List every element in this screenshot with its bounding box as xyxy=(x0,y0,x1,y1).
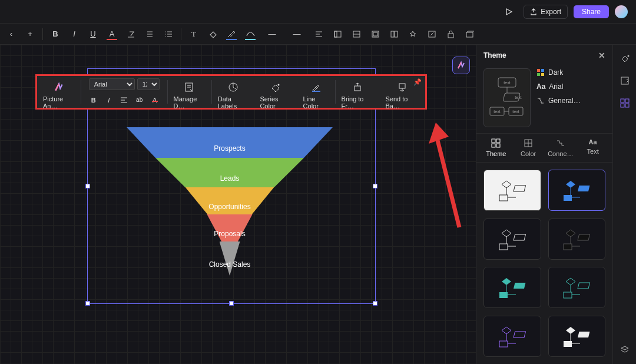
font-color-button[interactable]: A xyxy=(103,27,121,42)
panel-title: Theme xyxy=(483,51,506,59)
svg-rect-50 xyxy=(621,77,628,84)
italic-button[interactable]: I xyxy=(65,27,83,42)
resize-handle[interactable] xyxy=(85,184,90,188)
svg-rect-28 xyxy=(492,139,495,143)
ctx-font-color-button[interactable]: A xyxy=(148,97,161,104)
scheme-row[interactable]: Dark xyxy=(536,68,581,77)
chevron-left-icon[interactable]: ‹ xyxy=(2,27,20,42)
svg-rect-35 xyxy=(578,186,589,191)
tab-theme[interactable]: Theme xyxy=(481,138,511,157)
resize-handle[interactable] xyxy=(373,184,377,188)
tab-text[interactable]: Aa Text xyxy=(578,138,608,157)
svg-text:text: text xyxy=(515,95,521,100)
svg-rect-26 xyxy=(537,73,540,76)
export-button[interactable]: Export xyxy=(524,5,568,19)
share-button[interactable]: Share xyxy=(574,5,609,18)
svg-rect-13 xyxy=(312,91,320,92)
canvas[interactable]: Prospects Leads Opportunities Proposals … xyxy=(0,45,476,364)
font-family-select[interactable]: Arial xyxy=(89,78,135,90)
connector-icon xyxy=(536,97,545,105)
theme-thumb[interactable] xyxy=(548,316,606,357)
svg-text:text: text xyxy=(493,110,500,114)
series-color-button[interactable]: Series Color xyxy=(254,76,297,108)
svg-rect-15 xyxy=(399,84,405,88)
list-button[interactable] xyxy=(160,27,177,42)
chart-context-toolbar: 📌 Picture An… Arial 12 B I ab A Manage D… xyxy=(35,74,427,110)
ctx-text-case-button[interactable]: ab xyxy=(133,97,146,103)
svg-rect-33 xyxy=(514,186,525,191)
svg-rect-27 xyxy=(541,73,544,76)
font-row[interactable]: Aa Arial xyxy=(536,82,581,91)
svg-rect-45 xyxy=(514,332,525,337)
tab-color[interactable]: Color xyxy=(514,138,543,157)
lock-button[interactable] xyxy=(442,27,459,42)
bring-to-front-button[interactable]: Bring to Fr… xyxy=(336,76,380,108)
manage-data-button[interactable]: Manage D… xyxy=(168,76,211,108)
svg-rect-24 xyxy=(537,69,540,72)
text-tool-button[interactable]: T xyxy=(185,27,203,42)
fill-button[interactable] xyxy=(204,27,221,42)
svg-rect-29 xyxy=(496,139,500,143)
ctx-italic-button[interactable]: I xyxy=(102,97,115,104)
line-style-1-button[interactable]: — xyxy=(260,27,284,42)
add-button[interactable]: + xyxy=(21,27,39,42)
data-labels-button[interactable]: Data Labels xyxy=(212,76,254,108)
tab-connector[interactable]: Conne… xyxy=(546,138,575,157)
svg-rect-30 xyxy=(492,144,495,147)
layout-4-button[interactable] xyxy=(385,27,403,42)
svg-rect-4 xyxy=(373,32,377,36)
svg-rect-54 xyxy=(625,104,629,107)
svg-text:text: text xyxy=(512,110,519,114)
resize-handle[interactable] xyxy=(229,301,234,306)
rail-export-icon[interactable] xyxy=(618,74,631,87)
theme-thumb[interactable] xyxy=(548,219,606,260)
line-spacing-button[interactable] xyxy=(141,27,158,42)
resize-handle[interactable] xyxy=(373,301,377,306)
svg-rect-37 xyxy=(514,234,525,240)
brush-button[interactable] xyxy=(223,27,240,42)
layout-row[interactable]: General… xyxy=(536,97,581,105)
theme-thumb[interactable] xyxy=(483,267,541,308)
connector-button[interactable] xyxy=(241,27,259,42)
svg-rect-44 xyxy=(564,292,572,298)
bold-button[interactable]: B xyxy=(47,27,64,42)
theme-preview-thumb[interactable]: text text text text xyxy=(483,68,531,127)
font-size-select[interactable]: 12 xyxy=(137,78,160,90)
close-panel-button[interactable]: ✕ xyxy=(598,51,605,60)
rail-layers-icon[interactable] xyxy=(618,343,631,356)
present-button[interactable] xyxy=(500,5,518,19)
ai-assistant-button[interactable] xyxy=(452,57,470,74)
avatar[interactable] xyxy=(615,5,628,18)
clear-format-button[interactable] xyxy=(122,27,140,42)
svg-rect-51 xyxy=(621,99,624,102)
line-style-2-button[interactable]: — xyxy=(285,27,309,42)
export-label: Export xyxy=(541,8,561,16)
container-button[interactable] xyxy=(461,27,478,42)
svg-rect-52 xyxy=(625,99,629,102)
ctx-bold-button[interactable]: B xyxy=(87,97,100,104)
rail-fill-icon[interactable] xyxy=(618,52,631,65)
theme-thumb[interactable] xyxy=(483,316,541,357)
effects-button[interactable] xyxy=(404,27,422,42)
svg-rect-8 xyxy=(448,34,453,38)
resize-handle[interactable] xyxy=(85,301,90,306)
theme-thumb[interactable] xyxy=(548,170,606,211)
ctx-align-button[interactable] xyxy=(118,97,131,104)
layout-2-button[interactable] xyxy=(347,27,365,42)
svg-rect-25 xyxy=(541,69,544,72)
theme-thumb[interactable] xyxy=(483,170,541,211)
pin-icon[interactable]: 📌 xyxy=(413,78,422,86)
theme-thumb[interactable] xyxy=(483,219,541,260)
edit-button[interactable] xyxy=(423,27,440,42)
layout-3-button[interactable] xyxy=(366,27,384,42)
theme-thumb[interactable] xyxy=(548,267,606,308)
line-color-button[interactable]: Line Color xyxy=(297,76,335,108)
rail-theme-icon[interactable] xyxy=(618,97,631,110)
svg-rect-14 xyxy=(355,86,360,91)
layout-1-button[interactable] xyxy=(329,27,346,42)
picture-annotate-button[interactable]: Picture An… xyxy=(37,76,81,108)
align-menu-button[interactable] xyxy=(310,27,327,42)
underline-button[interactable]: U xyxy=(84,27,102,42)
svg-rect-39 xyxy=(578,234,589,240)
svg-rect-40 xyxy=(564,244,572,250)
